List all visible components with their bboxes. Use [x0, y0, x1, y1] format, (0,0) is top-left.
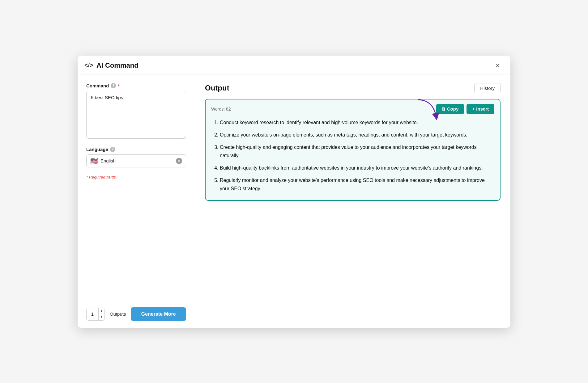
output-list: Conduct keyword research to identify rel…	[213, 119, 492, 193]
words-count: Words: 82	[211, 107, 231, 112]
list-item: Create high-quality and engaging content…	[220, 143, 492, 160]
language-label: Language ?	[86, 147, 186, 152]
output-box-header: Words: 82 ⧉ Copy + Insert	[206, 99, 500, 117]
command-required-star: *	[118, 83, 120, 88]
language-flag: 🇺🇸	[90, 157, 98, 165]
history-button[interactable]: History	[474, 83, 501, 93]
left-panel-bottom: 1 ▲ ▼ Outputs Generate More	[86, 301, 186, 328]
output-header: Output History	[205, 83, 501, 93]
list-item: Build high-quality backlinks from author…	[220, 164, 492, 172]
output-content: Conduct keyword research to identify rel…	[206, 117, 500, 200]
modal-title: AI Command	[96, 61, 138, 69]
copy-button[interactable]: ⧉ Copy	[436, 104, 464, 114]
command-label-text: Command	[86, 83, 109, 88]
left-panel: Command ? * 5 best SEO tips Language ? 🇺…	[78, 74, 195, 328]
output-box: Words: 82 ⧉ Copy + Insert Conduct keywor…	[205, 99, 501, 201]
right-panel: Output History Words: 82	[195, 74, 510, 328]
modal-header: </> AI Command ×	[78, 56, 510, 74]
list-item: Optimize your website's on-page elements…	[220, 131, 492, 139]
language-input-wrap: 🇺🇸 English ×	[86, 154, 186, 167]
command-help-icon[interactable]: ?	[111, 83, 116, 88]
close-button[interactable]: ×	[494, 61, 502, 70]
arrow-annotation	[415, 97, 439, 123]
code-icon: </>	[84, 62, 93, 69]
generate-more-button[interactable]: Generate More	[131, 307, 186, 321]
modal-body: Command ? * 5 best SEO tips Language ? 🇺…	[78, 74, 510, 328]
command-label: Command ? *	[86, 83, 186, 88]
modal-title-wrap: </> AI Command	[84, 61, 138, 69]
output-title: Output	[205, 84, 229, 92]
list-item: Regularly monitor and analyze your websi…	[220, 176, 492, 193]
copy-label: Copy	[447, 106, 459, 112]
outputs-value[interactable]: 1	[87, 308, 98, 320]
language-help-icon[interactable]: ?	[110, 147, 115, 152]
list-item: Conduct keyword research to identify rel…	[220, 119, 492, 127]
stepper-arrows: ▲ ▼	[98, 308, 104, 320]
output-actions: ⧉ Copy + Insert	[436, 104, 494, 114]
copy-icon: ⧉	[442, 106, 445, 112]
command-textarea[interactable]: 5 best SEO tips	[86, 91, 186, 139]
language-remove-button[interactable]: ×	[176, 158, 182, 164]
required-note: * Required fields.	[86, 175, 186, 179]
outputs-label: Outputs	[110, 311, 126, 317]
language-label-text: Language	[86, 147, 108, 152]
stepper-up-button[interactable]: ▲	[99, 308, 104, 314]
outputs-stepper[interactable]: 1 ▲ ▼	[86, 308, 105, 321]
ai-command-modal: </> AI Command × Command ? * 5 best SEO …	[78, 56, 510, 328]
language-text: English	[100, 158, 173, 163]
insert-button[interactable]: + Insert	[467, 104, 494, 114]
stepper-down-button[interactable]: ▼	[99, 314, 104, 320]
arrow-icon	[415, 97, 439, 121]
